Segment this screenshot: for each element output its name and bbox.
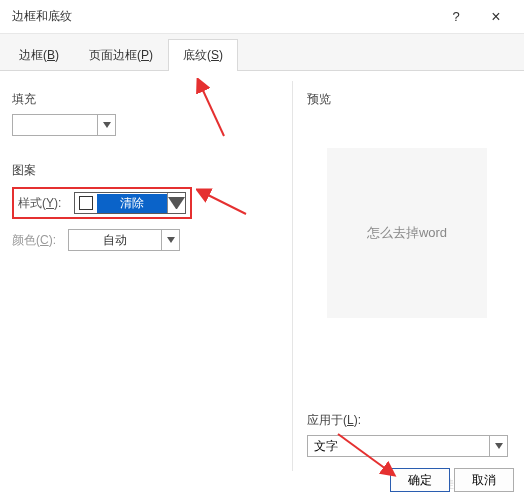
chevron-down-icon	[489, 436, 507, 456]
fill-color-combo[interactable]	[12, 114, 116, 136]
fill-section-label: 填充	[12, 91, 278, 108]
preview-section-label: 预览	[307, 91, 516, 108]
highlight-box: 样式(Y): 清除	[12, 187, 192, 219]
tab-label: 页面边框(P)	[89, 48, 153, 62]
ok-button[interactable]: 确定	[390, 468, 450, 492]
cancel-button[interactable]: 取消	[454, 468, 514, 492]
apply-to-value: 文字	[308, 438, 489, 455]
pattern-swatch	[79, 196, 93, 210]
pattern-style-value: 清除	[97, 194, 167, 213]
tab-strip: 边框(B) 页面边框(P) 底纹(S)	[0, 34, 524, 71]
style-label: 样式(Y):	[18, 195, 68, 212]
chevron-down-icon	[167, 193, 185, 213]
dialog-title: 边框和底纹	[12, 8, 436, 25]
apply-to-label: 应用于(L):	[307, 412, 508, 429]
color-label: 颜色(C):	[12, 232, 62, 249]
help-button[interactable]: ?	[436, 2, 476, 32]
pattern-style-combo[interactable]: 清除	[74, 192, 186, 214]
apply-to-combo[interactable]: 文字	[307, 435, 508, 457]
chevron-down-icon	[97, 115, 115, 135]
tab-label: 底纹(S)	[183, 48, 223, 62]
tab-page-border[interactable]: 页面边框(P)	[74, 39, 168, 71]
tab-shading[interactable]: 底纹(S)	[168, 39, 238, 71]
title-bar: 边框和底纹 ? ×	[0, 0, 524, 34]
tab-borders[interactable]: 边框(B)	[4, 39, 74, 71]
preview-area: 怎么去掉word	[327, 148, 487, 318]
chevron-down-icon	[161, 230, 179, 250]
dialog-footer: 确定 取消	[390, 468, 514, 492]
pattern-section-label: 图案	[12, 162, 278, 179]
tab-label: 边框(B)	[19, 48, 59, 62]
close-button[interactable]: ×	[476, 2, 516, 32]
preview-text: 怎么去掉word	[367, 224, 447, 242]
pattern-color-value: 自动	[69, 232, 161, 249]
pattern-color-combo[interactable]: 自动	[68, 229, 180, 251]
